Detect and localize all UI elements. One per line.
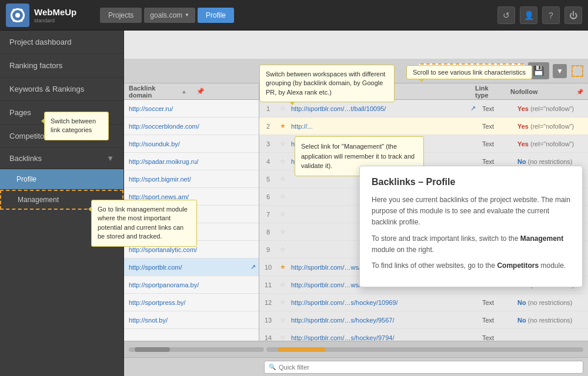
sidebar-item-ranking-factors[interactable]: Ranking factors [0, 54, 123, 78]
nofollow-value: Yes (rel="nofollow") [517, 140, 588, 147]
star-icon[interactable]: ☆ [277, 157, 289, 165]
profile-nav-button[interactable]: Profile [198, 8, 234, 23]
goals-label: goals.com [150, 11, 182, 19]
row-num: 6 [259, 193, 277, 200]
star-icon[interactable]: ☆ [277, 175, 289, 183]
pin-header: 📌 [192, 88, 259, 95]
sidebar-item-backlinks[interactable]: Backlinks ▼ [0, 148, 123, 169]
nofollow-value: No (no restrictions) [517, 158, 588, 165]
power-icon[interactable]: ⏻ [564, 6, 582, 24]
nofollow-value: No (no restrictions) [517, 317, 588, 324]
modal-para3-suffix: module. [539, 261, 566, 270]
row-num: 1 [259, 105, 277, 112]
row-url[interactable]: http://sportblr.com/…s/hockey/9567/ [289, 317, 470, 324]
star-icon[interactable]: ☆ [277, 105, 289, 112]
link-type: Text [482, 158, 517, 165]
table-row[interactable]: http://soccer.ru/ [124, 100, 259, 118]
modal-para3-prefix: To find links of other websites, go to t… [372, 261, 497, 270]
header-actions: ↺ 👤 ? ⏻ [497, 6, 582, 24]
logo-subtitle: standard [34, 18, 76, 24]
table-row[interactable]: http://sport.bigmir.net/ [124, 170, 259, 188]
table-row[interactable]: http://snot.by/ [124, 311, 259, 329]
star-icon[interactable]: ☆ [277, 228, 289, 236]
bottom-scrollbar-area [124, 341, 588, 357]
star-icon[interactable]: ☆ [277, 334, 289, 341]
logo-icon [6, 4, 29, 27]
modal-title: Backlinks – Profile [372, 177, 570, 187]
nofollow-value: Yes (rel="nofollow") [517, 105, 588, 112]
table-row[interactable]: 12 ☆ http://sportblr.com/…s/hockey/10969… [259, 294, 588, 311]
sidebar-item-keywords[interactable]: Keywords & Rankings [0, 78, 123, 101]
star-icon[interactable]: ☆ [277, 210, 289, 218]
nofollow-value: Yes (rel="nofollow") [517, 123, 588, 130]
table-row[interactable]: 1 ☆ http://sportblr.com/…t/ball/10095/ ↗… [259, 100, 588, 118]
extra-save-area [572, 65, 583, 77]
left-scrollbar[interactable] [129, 347, 264, 352]
star-icon[interactable]: ☆ [277, 246, 289, 253]
row-num: 4 [259, 158, 277, 165]
backlinks-label: Backlinks [9, 154, 42, 163]
row-num: 12 [259, 299, 277, 306]
row-url[interactable]: http://sportblr.com/…s/hockey/10969/ [289, 299, 470, 306]
row-url[interactable]: http://... [289, 123, 470, 130]
logo-area: WebMeUp standard [6, 4, 100, 27]
nofollow-value: No (no restrictions) [517, 299, 588, 306]
star-icon[interactable]: ☆ [277, 193, 289, 200]
star-icon[interactable]: ☆ [277, 298, 289, 306]
row-url[interactable]: http://sportblr.com/…s/hockey/9794/ [289, 334, 470, 341]
table-row[interactable]: http://sounduk.by/ [124, 135, 259, 153]
modal-box: Backlinks – Profile Here you see current… [359, 166, 583, 287]
table-row[interactable]: http://sportpress.by/ [124, 294, 259, 311]
table-row[interactable]: 13 ☆ http://sportblr.com/…s/hockey/9567/… [259, 311, 588, 329]
external-link-icon[interactable]: ↗ [247, 263, 259, 271]
table-row[interactable]: http://sportblr.com/ ↗ [124, 258, 259, 276]
sort-icon[interactable]: ▲ [182, 89, 187, 95]
filter-bar [124, 357, 588, 376]
external-link-icon[interactable]: ↗ [470, 105, 482, 112]
help-icon[interactable]: ? [542, 6, 560, 24]
nav-area: Projects goals.com ▼ Profile [100, 8, 497, 23]
table-row[interactable]: http://soccerblonde.com/ [124, 118, 259, 135]
switch-categories-tooltip: Switch between link categories [44, 112, 109, 140]
star-icon[interactable]: ☆ [277, 316, 289, 324]
modal-para3: To find links of other websites, go to t… [372, 260, 570, 271]
workspace-tooltip: Switch between workspaces with different… [259, 65, 395, 102]
backlinks-arrow-icon: ▼ [106, 154, 114, 163]
header: WebMeUp standard Projects goals.com ▼ Pr… [0, 0, 588, 31]
row-num: 10 [259, 264, 277, 271]
star-icon[interactable]: ★ [277, 263, 289, 271]
goals-dropdown[interactable]: goals.com ▼ [144, 8, 195, 23]
star-icon[interactable]: ☆ [277, 140, 289, 147]
table-row[interactable]: 2 ★ http://... Text Yes (rel="nofollow")… [259, 118, 588, 135]
row-num: 14 [259, 334, 277, 341]
star-icon[interactable]: ★ [277, 122, 289, 130]
save-options-button[interactable]: ▼ [553, 64, 567, 78]
right-scrollbar[interactable] [266, 347, 583, 352]
table-row[interactable]: 14 ☆ http://sportblr.com/…s/hockey/9794/… [259, 329, 588, 341]
extra-col-header: 📌 [576, 88, 588, 96]
quick-filter-input[interactable] [264, 361, 583, 374]
projects-button[interactable]: Projects [100, 8, 142, 23]
table-row[interactable]: http://spadar.moikrug.ru/ [124, 153, 259, 170]
modal-para2-link: Management [520, 234, 563, 243]
row-num: 2 [259, 123, 277, 130]
row-num: 7 [259, 211, 277, 218]
nofollow-header: Nofollow [506, 88, 576, 95]
sidebar: Project dashboard Ranking factors Keywor… [0, 31, 124, 376]
goals-arrow-icon: ▼ [185, 12, 189, 18]
sidebar-item-project-dashboard[interactable]: Project dashboard [0, 31, 123, 54]
pin-right-icon: 📌 [576, 89, 583, 95]
link-type: Text [482, 105, 517, 112]
link-type: Text [482, 299, 517, 306]
svg-marker-0 [11, 9, 24, 21]
pin-icon: 📌 [196, 88, 205, 95]
row-url[interactable]: http://sportblr.com/…t/ball/10095/ [289, 105, 470, 112]
star-icon[interactable]: ☆ [277, 281, 289, 288]
table-row[interactable]: http://sportpanorama.by/ [124, 276, 259, 294]
refresh-icon[interactable]: ↺ [497, 6, 515, 24]
management-tooltip: Go to link management module where the m… [91, 200, 197, 247]
link-type: Text [482, 317, 517, 324]
user-icon[interactable]: 👤 [520, 6, 537, 24]
modal-para1: Here you see current backlinks of the pr… [372, 194, 570, 229]
sidebar-item-profile[interactable]: Profile [0, 169, 123, 190]
